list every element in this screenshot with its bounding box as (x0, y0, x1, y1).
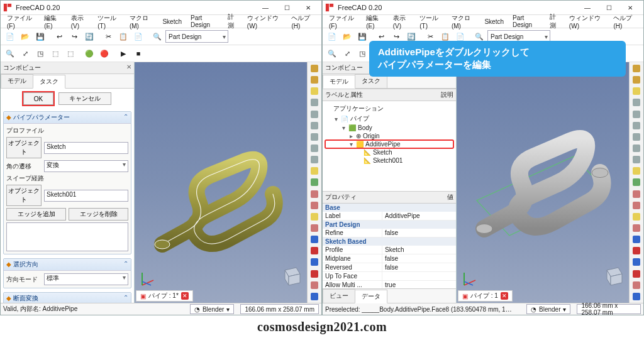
property-table[interactable]: BaseLabelAdditivePipePart DesignRefinefa… (323, 204, 456, 288)
toolbar-button[interactable]: 💾 (33, 30, 47, 43)
toolbar-button[interactable]: 📋 (116, 30, 130, 43)
maximize-button[interactable]: ☐ (276, 1, 297, 14)
partdesign-tool[interactable] (309, 63, 320, 74)
partdesign-tool[interactable] (631, 86, 642, 96)
partdesign-tool[interactable] (309, 177, 320, 187)
toolbar-button[interactable]: 🔄 (82, 30, 96, 43)
path-input[interactable]: Sketch001 (44, 190, 128, 202)
corner-select[interactable]: 変換 (44, 160, 128, 172)
partdesign-tool[interactable] (309, 166, 320, 176)
partdesign-tool[interactable] (309, 200, 320, 210)
partdesign-tool[interactable] (309, 97, 320, 107)
add-edge-button[interactable]: エッジを追加 (6, 208, 66, 221)
partdesign-tool[interactable] (631, 97, 642, 107)
dir-mode-select[interactable]: 標準 (44, 273, 128, 285)
tree-item[interactable]: ▾🟨AdditivePipe (325, 140, 453, 148)
partdesign-tool[interactable] (631, 292, 642, 302)
prop-row[interactable]: Up To Face (323, 272, 456, 281)
toolbar-button[interactable]: ✂ (101, 30, 115, 43)
toolbar-button[interactable]: 💾 (355, 30, 369, 43)
toolbar-button[interactable]: ⬚ (48, 46, 62, 60)
3d-viewport[interactable]: ▣パイプ : 1✕ (457, 62, 643, 303)
tab-model[interactable]: モデル (323, 75, 355, 89)
menu-item[interactable]: 編集(E) (362, 13, 388, 30)
close-icon[interactable]: ✕ (126, 63, 131, 72)
prop-row[interactable]: LabelAdditivePipe (323, 212, 456, 221)
partdesign-tool[interactable] (631, 63, 642, 74)
toolbar-button[interactable]: 🔍 (325, 46, 339, 60)
menu-item[interactable]: ヘルプ(H) (609, 13, 641, 30)
partdesign-tool[interactable] (631, 200, 642, 210)
workbench-select[interactable]: Part Design (165, 30, 228, 43)
tree-item[interactable]: 📐Sketch001 (325, 156, 453, 165)
3d-viewport[interactable]: ▣パイプ : 1*✕ (135, 62, 321, 303)
minimize-button[interactable]: — (255, 1, 276, 14)
edge-list[interactable] (6, 222, 128, 251)
tree-item[interactable]: ▾📄パイプ (325, 114, 453, 124)
partdesign-tool[interactable] (309, 234, 320, 244)
cancel-button[interactable]: キャンセル (58, 92, 111, 105)
partdesign-tool[interactable] (309, 212, 320, 222)
viewport-tab[interactable]: ▣パイプ : 1*✕ (136, 290, 193, 302)
toolbar-button[interactable]: ⤢ (340, 46, 354, 60)
toolbar-button[interactable]: 📂 (340, 30, 354, 43)
tree-item[interactable]: 📐Sketch (325, 148, 453, 156)
partdesign-tool[interactable] (631, 280, 642, 290)
tab-data[interactable]: データ (355, 290, 387, 303)
tab-model[interactable]: モデル (1, 74, 33, 88)
menu-item[interactable]: マクロ(M) (448, 13, 480, 30)
partdesign-tool[interactable] (309, 189, 320, 199)
partdesign-tool[interactable] (309, 132, 320, 142)
tree-root[interactable]: アプリケーション (325, 104, 453, 114)
partdesign-tool[interactable] (309, 246, 320, 256)
close-button[interactable]: ✕ (619, 1, 641, 14)
toolbar-button[interactable]: 📄 (3, 30, 17, 43)
toolbar-button[interactable]: 📄 (325, 30, 339, 43)
toolbar-button[interactable]: 📄 (131, 30, 145, 43)
menu-item[interactable]: ツール(T) (416, 13, 447, 30)
menu-item[interactable]: Sketch (480, 18, 508, 26)
object-button-2[interactable]: オブジェクト (6, 185, 42, 206)
profile-input[interactable]: Sketch (44, 142, 128, 154)
close-tab-icon[interactable]: ✕ (501, 292, 508, 300)
partdesign-tool[interactable] (631, 269, 642, 279)
tree-item[interactable]: ▸⊕Origin (325, 132, 453, 140)
toolbar-button[interactable]: ◳ (355, 46, 369, 60)
close-tab-icon[interactable]: ✕ (181, 292, 189, 300)
toolbar-button[interactable]: ⬚ (64, 46, 77, 60)
chevron-up-icon[interactable]: ⌃ (123, 260, 128, 269)
partdesign-tool[interactable] (309, 109, 320, 119)
chevron-up-icon[interactable]: ⌃ (123, 294, 128, 303)
prop-row[interactable]: Allow Multi ...true (323, 281, 456, 288)
menu-item[interactable]: ウィンドウ(W) (243, 13, 287, 30)
partdesign-tool[interactable] (631, 143, 642, 153)
prop-row[interactable]: ProfileSketch (323, 246, 456, 254)
partdesign-tool[interactable] (631, 223, 642, 233)
nav-style-select[interactable]: ◔ Blender ▾ (526, 304, 570, 314)
menu-item[interactable]: ウィンドウ(W) (565, 13, 609, 30)
remove-edge-button[interactable]: エッジを削除 (69, 208, 128, 221)
partdesign-tool[interactable] (631, 212, 642, 222)
tab-view[interactable]: ビュー (323, 289, 355, 303)
menu-item[interactable]: Sketch (158, 18, 186, 26)
prop-row[interactable]: Midplanefalse (323, 254, 456, 263)
nav-style-select[interactable]: ◔ Blender ▾ (190, 304, 234, 314)
partdesign-tool[interactable] (631, 166, 642, 176)
menu-item[interactable]: ファイル(F) (325, 13, 361, 30)
partdesign-tool[interactable] (309, 86, 320, 96)
object-button[interactable]: オブジェクト (6, 137, 42, 158)
toolbar-button[interactable]: ↩ (52, 30, 66, 43)
toolbar-button[interactable]: ▶ (116, 46, 130, 60)
menu-item[interactable]: Part Design (509, 14, 545, 29)
toolbar-button[interactable]: 📂 (18, 30, 32, 43)
prop-row[interactable]: Refinefalse (323, 229, 456, 237)
menu-item[interactable]: ファイル(F) (3, 13, 39, 30)
partdesign-tool[interactable] (631, 75, 642, 85)
toolbar-button[interactable]: 🔴 (97, 46, 111, 60)
chevron-up-icon[interactable]: ⌃ (123, 113, 128, 122)
partdesign-tool[interactable] (631, 246, 642, 256)
ok-button[interactable]: OK (23, 92, 53, 105)
partdesign-tool[interactable] (631, 234, 642, 244)
menu-item[interactable]: マクロ(M) (126, 13, 158, 30)
partdesign-tool[interactable] (309, 143, 320, 153)
